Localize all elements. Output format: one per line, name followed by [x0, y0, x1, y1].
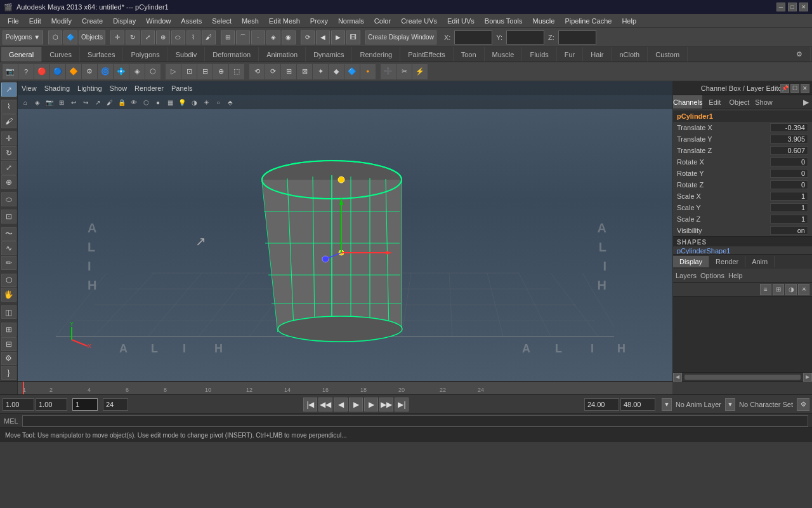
vp-redo-icon[interactable]: ↪: [80, 97, 91, 108]
menu-editmesh[interactable]: Edit Mesh: [264, 16, 305, 26]
tab-subdiv[interactable]: Subdiv: [168, 47, 206, 62]
cb-value-scaley[interactable]: 1: [770, 203, 808, 212]
viewport-menu-renderer[interactable]: Renderer: [134, 84, 164, 92]
step-back-btn[interactable]: ◀: [334, 398, 348, 411]
shelf-icon-16[interactable]: ⟲: [249, 64, 265, 79]
create-display-window-btn[interactable]: Create Display Window: [365, 30, 436, 44]
panel-float-btn[interactable]: ☐: [790, 84, 799, 93]
shelf-icon-5[interactable]: 🔶: [66, 64, 81, 79]
cb-value-translatez[interactable]: 0.607: [770, 146, 808, 155]
cb-value-translatey[interactable]: 3.905: [770, 135, 808, 144]
shelf-icon-15[interactable]: ⬚: [229, 64, 244, 79]
vp-shadow-icon[interactable]: ◑: [188, 97, 200, 108]
select-mode-btn[interactable]: ⬡: [48, 30, 62, 44]
vp-lock-icon[interactable]: 🔒: [116, 97, 128, 108]
lasso-btn[interactable]: ⌇: [187, 30, 200, 44]
shelf-icon-24[interactable]: ➕: [381, 64, 396, 79]
hierarchy-btn[interactable]: 🔷: [63, 30, 77, 44]
snap-grid-btn[interactable]: ⊞: [221, 30, 235, 44]
snap-view-btn[interactable]: ◈: [266, 30, 280, 44]
menu-modify[interactable]: Modify: [46, 16, 77, 26]
shelf-icon-17[interactable]: ⟳: [265, 64, 280, 79]
paint-select-tool-btn[interactable]: 🖌: [1, 114, 16, 128]
layer-tab-render[interactable]: Render: [709, 256, 745, 267]
move-tool-btn[interactable]: ✛: [110, 30, 124, 44]
grid-btn[interactable]: ⊞: [1, 323, 16, 337]
shelf-icon-20[interactable]: ✦: [313, 64, 328, 79]
history-btn[interactable]: ⟳: [301, 30, 315, 44]
tab-toon[interactable]: Toon: [454, 47, 485, 62]
vp-texture-icon[interactable]: ▦: [164, 97, 176, 108]
universal-manipulator-btn[interactable]: ⊕: [1, 175, 16, 189]
vp-eye-icon[interactable]: 👁: [128, 97, 140, 108]
char-set-arrow[interactable]: ▼: [725, 398, 735, 411]
minimize-button[interactable]: ─: [776, 3, 785, 11]
ep-curve-tool-btn[interactable]: ∿: [1, 241, 16, 255]
tab-dynamics[interactable]: Dynamics: [306, 47, 352, 62]
tab-custom[interactable]: Custom: [648, 47, 688, 62]
show-render-btn[interactable]: 🎞: [346, 30, 360, 44]
x-field[interactable]: [454, 30, 492, 44]
3d-container-btn[interactable]: ◫: [1, 305, 16, 319]
menu-muscle[interactable]: Muscle: [528, 16, 560, 26]
viewport-menu-view[interactable]: View: [22, 84, 37, 92]
go-to-start-btn[interactable]: |◀: [303, 398, 317, 411]
snap-curve-btn[interactable]: ⌒: [236, 30, 250, 44]
vp-persp-icon[interactable]: ◈: [32, 97, 43, 108]
step-fwd-key-btn[interactable]: ▶▶: [379, 398, 393, 411]
shelf-icon-1[interactable]: 📷: [3, 64, 18, 79]
vp-paint-icon[interactable]: 🖌: [104, 97, 115, 108]
scale-tool-btn[interactable]: ⤢: [1, 161, 16, 175]
mode-dropdown[interactable]: Polygons ▼: [3, 30, 43, 44]
step-fwd-btn[interactable]: ▶: [364, 398, 378, 411]
tab-rendering[interactable]: Rendering: [352, 47, 400, 62]
layer-opt-options[interactable]: Options: [700, 272, 724, 279]
panel-tab-show[interactable]: Show: [752, 95, 776, 109]
cb-shapes-item[interactable]: pCylinderShape1: [673, 246, 812, 254]
shelf-icon-21[interactable]: ◆: [329, 64, 344, 79]
sculpt-poly-btn[interactable]: 🖐: [1, 288, 16, 302]
playback-start-field[interactable]: [36, 398, 67, 411]
menu-display[interactable]: Display: [108, 16, 141, 26]
soft-select-btn[interactable]: ⬭: [171, 30, 185, 44]
vp-smooth-icon[interactable]: ●: [152, 97, 164, 108]
shelf-icon-3[interactable]: 🔴: [34, 64, 49, 79]
tab-curves[interactable]: Curves: [42, 47, 80, 62]
menu-normals[interactable]: Normals: [333, 16, 369, 26]
layer-scroll-right[interactable]: ▶: [803, 373, 812, 382]
snap-point-btn[interactable]: ·: [251, 30, 265, 44]
shelf-icon-26[interactable]: ⚡: [412, 64, 428, 79]
tab-polygons[interactable]: Polygons: [123, 47, 167, 62]
menu-create[interactable]: Create: [77, 16, 108, 26]
shelf-icon-23[interactable]: 🔸: [360, 64, 376, 79]
layout-btn[interactable]: ⊟: [1, 337, 16, 351]
menu-proxy[interactable]: Proxy: [305, 16, 333, 26]
rotate-tool-btn[interactable]: ↻: [126, 30, 140, 44]
tab-settings[interactable]: ⚙: [789, 47, 811, 62]
layer-scroll-track[interactable]: [684, 375, 801, 380]
shelf-icon-11[interactable]: ▷: [166, 64, 181, 79]
shelf-icon-2[interactable]: ?: [18, 64, 34, 79]
vp-camera-icon[interactable]: 📷: [44, 97, 55, 108]
shelf-icon-22[interactable]: 🔷: [344, 64, 360, 79]
menu-mesh[interactable]: Mesh: [237, 16, 264, 26]
layer-opt-layers[interactable]: Layers: [676, 272, 697, 279]
layer-icon-4[interactable]: ☀: [798, 284, 809, 295]
menu-window[interactable]: Window: [141, 16, 176, 26]
y-field[interactable]: [506, 30, 544, 44]
step-back-key-btn[interactable]: ◀◀: [318, 398, 332, 411]
layer-scrollbar[interactable]: ◀ ▶: [673, 372, 812, 381]
end-frame-field[interactable]: [584, 398, 619, 411]
show-manipulator-btn[interactable]: ⊡: [1, 210, 16, 224]
soft-selection-btn[interactable]: ⬭: [1, 192, 16, 206]
viewport-menu-lighting[interactable]: Lighting: [77, 84, 102, 92]
pencil-curve-btn[interactable]: ✏: [1, 256, 16, 270]
move-tool-btn[interactable]: ✛: [1, 131, 16, 145]
maximize-button[interactable]: □: [788, 3, 797, 11]
menu-file[interactable]: File: [3, 16, 24, 26]
objects-btn[interactable]: Objects: [79, 30, 105, 44]
panel-tab-channels[interactable]: Channels: [673, 95, 702, 109]
ipr-btn[interactable]: ▶: [331, 30, 345, 44]
rotate-tool-btn[interactable]: ↻: [1, 146, 16, 160]
vp-grid-icon[interactable]: ⊞: [56, 97, 67, 108]
